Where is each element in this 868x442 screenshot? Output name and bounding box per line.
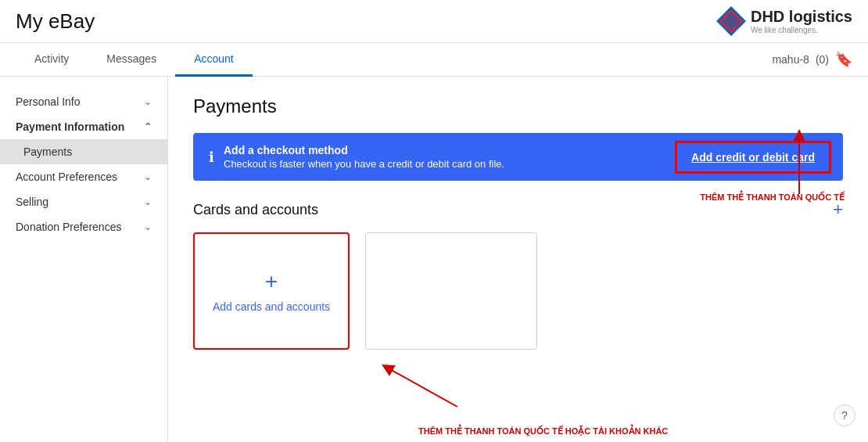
chevron-down-icon-2: ⌄ (144, 171, 152, 182)
nav-right: mahu-8 (0) 🔖 (772, 51, 852, 68)
main-layout: Personal Info ⌄ Payment Information ⌃ Pa… (0, 77, 868, 442)
tab-account[interactable]: Account (175, 43, 253, 77)
checkout-banner: ℹ Add a checkout method Checkout is fast… (193, 133, 843, 181)
help-button[interactable]: ? (834, 404, 855, 426)
username: mahu-8 (772, 53, 809, 66)
bookmark-icon[interactable]: 🔖 (835, 51, 852, 68)
cards-section-title: Cards and accounts (193, 202, 318, 218)
add-cards-label: Add cards and accounts (213, 300, 330, 313)
info-icon: ℹ (209, 149, 214, 166)
dhd-text-block: DHD logistics We like challenges. (751, 8, 852, 34)
dhd-title: DHD logistics (751, 8, 852, 26)
annotation-top-right: THÊM THẺ THANH TOÁN QUỐC TẾ (700, 192, 845, 203)
cards-grid: + Add cards and accounts (193, 232, 843, 350)
annotation-bottom: THÊM THẺ THANH TOÁN QUỐC TẾ HOẶC TÀI KHO… (418, 426, 668, 437)
sidebar-item-payment-information[interactable]: Payment Information ⌃ (0, 114, 167, 139)
chevron-down-icon-4: ⌄ (144, 221, 152, 232)
sidebar-item-selling[interactable]: Selling ⌄ (0, 189, 167, 214)
arrow-bottom (371, 360, 465, 422)
app-title: My eBay (16, 9, 95, 34)
notifications-count: (0) (816, 53, 829, 66)
dhd-logo: DHD logistics We like challenges. (716, 6, 852, 36)
chevron-down-icon: ⌄ (144, 96, 152, 107)
nav-tabs: Activity Messages Account mahu-8 (0) 🔖 (0, 43, 868, 77)
add-credit-debit-card-button[interactable]: Add credit or debit card (679, 145, 827, 170)
tab-activity[interactable]: Activity (16, 43, 88, 77)
sidebar-item-personal-info[interactable]: Personal Info ⌄ (0, 89, 167, 114)
banner-subtitle: Checkout is faster when you have a credi… (224, 158, 679, 170)
svg-line-4 (387, 368, 457, 407)
page-title: Payments (193, 95, 843, 117)
logo-section: My eBay (16, 9, 716, 34)
sidebar-item-account-preferences[interactable]: Account Preferences ⌄ (0, 164, 167, 189)
content-area: Payments ℹ Add a checkout method Checkou… (168, 77, 868, 442)
sidebar-item-donation-preferences[interactable]: Donation Preferences ⌄ (0, 214, 167, 239)
chevron-down-icon-3: ⌄ (144, 196, 152, 207)
add-cards-box[interactable]: + Add cards and accounts (193, 232, 350, 350)
banner-title: Add a checkout method (224, 144, 679, 156)
tab-messages[interactable]: Messages (88, 43, 175, 77)
sidebar-item-payments[interactable]: Payments (0, 139, 167, 164)
add-plus-icon: + (265, 269, 278, 294)
chevron-up-icon: ⌃ (144, 121, 152, 132)
sidebar: Personal Info ⌄ Payment Information ⌃ Pa… (0, 77, 168, 442)
dhd-subtitle: We like challenges. (751, 26, 852, 34)
cards-placeholder (365, 232, 537, 350)
dhd-diamond-icon (716, 6, 746, 36)
top-bar: My eBay DHD logistics We like challenges… (0, 0, 868, 43)
banner-text: Add a checkout method Checkout is faster… (224, 144, 679, 170)
